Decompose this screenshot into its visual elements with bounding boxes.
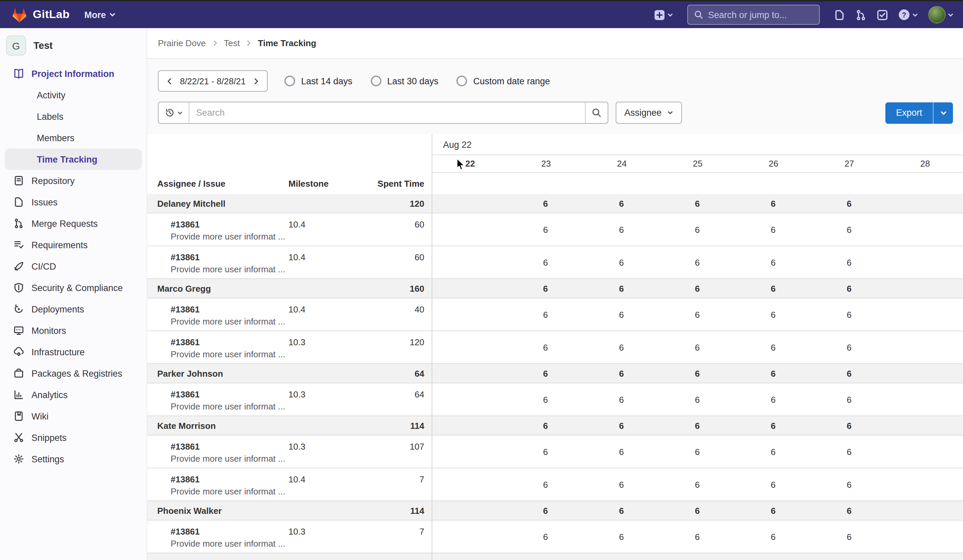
chevron-down-icon [940,109,947,116]
time-cell [432,279,507,298]
time-cell [432,194,507,213]
time-cell [887,246,963,278]
gitlab-home-link[interactable]: GitLab [11,7,70,23]
issue-milestone: 10.4 [289,474,357,484]
todos-button[interactable] [877,9,888,20]
new-item-menu-button[interactable] [654,9,673,20]
sidebar-item-monitors[interactable]: Monitors [5,320,142,341]
issue-id-link[interactable]: #13861 [171,526,289,537]
time-cell: 6 [811,214,887,246]
window-top-strip [0,0,963,2]
date-preset-radios: Last 14 daysLast 30 daysCustom date rang… [284,76,550,86]
time-cell [887,194,963,213]
date-range-picker[interactable]: 8/22/21 - 8/28/21 [158,70,268,92]
sidebar-item-deployments[interactable]: Deployments [5,298,142,320]
sidebar-item-activity[interactable]: Activity [5,84,142,106]
sidebar-item-wiki[interactable]: Wiki [5,405,142,427]
sidebar-item-labels[interactable]: Labels [5,106,142,127]
issue-id-link[interactable]: #13861 [171,252,289,262]
sidebar-item-project-information[interactable]: Project Information [5,63,142,84]
sidebar-item-analytics[interactable]: Analytics [5,384,142,405]
sidebar-item-packages-registries[interactable]: Packages & Registries [5,363,142,384]
time-cell: 6 [507,194,584,213]
issue-spent-time: 120 [357,337,424,347]
radio-custom-date-range[interactable]: Custom date range [456,76,550,86]
issues-dashboard-button[interactable] [834,9,845,20]
issue-spent-time: 40 [357,304,424,314]
chevron-right-icon[interactable] [252,77,259,85]
user-menu-button[interactable] [928,6,953,23]
time-cell: 6 [584,298,660,330]
time-cell: 6 [584,416,660,435]
global-search-input[interactable]: Search or jump to... [687,5,820,25]
day-column-header: 26 [736,155,811,172]
assignee-group-row: Phoenix Walker11466666 [147,501,963,521]
time-cell [887,435,963,468]
column-header-spent-time: Spent Time [357,178,424,188]
breadcrumb-group-link[interactable]: Prairie Dove [158,38,206,48]
issue-title: Provide more user informat ... [171,401,289,411]
sidebar-item-security-compliance[interactable]: Security & Compliance [5,277,142,298]
export-button[interactable]: Export [885,102,933,123]
issue-id-link[interactable]: #13861 [171,337,289,347]
radio-last-30-days[interactable]: Last 30 days [370,76,438,86]
chart-icon [13,389,24,400]
issue-id-link[interactable]: #13861 [171,442,289,452]
sidebar-item-time-tracking[interactable]: Time Tracking [5,149,142,170]
issue-id-link[interactable]: #13861 [171,389,289,400]
time-tracking-table: Aug 22 22232425262728 Assignee / Issue M… [147,134,963,560]
issue-title: Provide more user informat ... [171,316,289,327]
time-cell: 6 [507,501,584,520]
issue-id-link[interactable]: #13861 [171,304,289,314]
merge-requests-button[interactable] [855,9,867,20]
time-cell [887,384,963,416]
search-submit-button[interactable] [585,102,608,123]
deploy-icon [13,304,24,314]
radio-circle-icon[interactable] [370,76,381,86]
assignee-name: Parker Johnson [147,368,357,378]
help-menu-button[interactable]: ? [898,9,918,21]
global-search-placeholder: Search or jump to... [708,10,787,20]
time-cell: 6 [811,384,887,416]
time-cell: 6 [507,364,584,383]
recent-searches-button[interactable] [159,102,190,123]
project-header-link[interactable]: G Test [0,33,147,58]
sidebar-item-members[interactable]: Members [5,127,142,149]
more-menu-button[interactable]: More [84,10,116,20]
sidebar-item-requirements[interactable]: Requirements [5,234,142,256]
breadcrumb-project-link[interactable]: Test [224,38,240,48]
day-column-header: 23 [508,155,584,172]
time-cell: 6 [660,298,736,330]
partial-next-row [147,553,963,560]
sidebar-item-merge-requests[interactable]: Merge Requests [5,213,142,234]
sidebar-item-repository[interactable]: Repository [5,170,142,191]
time-cell: 6 [584,331,660,363]
radio-circle-icon[interactable] [284,76,295,86]
issue-id-link[interactable]: #13861 [171,219,289,230]
issue-title: Provide more user informat ... [171,349,289,359]
time-cell [432,298,507,330]
time-cell: 6 [584,194,660,213]
project-name: Test [34,40,53,51]
chevron-down-icon [109,11,116,18]
search-icon [694,10,704,19]
radio-last-14-days[interactable]: Last 14 days [284,76,352,86]
time-cell [432,416,507,435]
export-options-button[interactable] [933,102,953,123]
group-by-dropdown[interactable]: Assignee [616,102,682,124]
radio-circle-icon[interactable] [456,76,467,86]
sidebar-item-settings[interactable]: Settings [5,448,142,470]
time-cell [432,435,507,468]
issue-id-link[interactable]: #13861 [171,474,289,484]
search-input[interactable] [190,102,585,123]
time-cell: 6 [735,298,811,330]
search-icon [592,108,601,118]
column-header-milestone: Milestone [289,178,357,188]
sidebar-item-issues[interactable]: Issues [5,191,142,213]
sidebar-item-ci-cd[interactable]: CI/CD [5,256,142,277]
project-sidebar: G Test Project InformationActivityLabels… [0,28,147,560]
time-cell: 6 [507,416,584,435]
chevron-left-icon[interactable] [166,77,173,85]
sidebar-item-snippets[interactable]: Snippets [5,427,142,448]
sidebar-item-infrastructure[interactable]: Infrastructure [5,341,142,363]
